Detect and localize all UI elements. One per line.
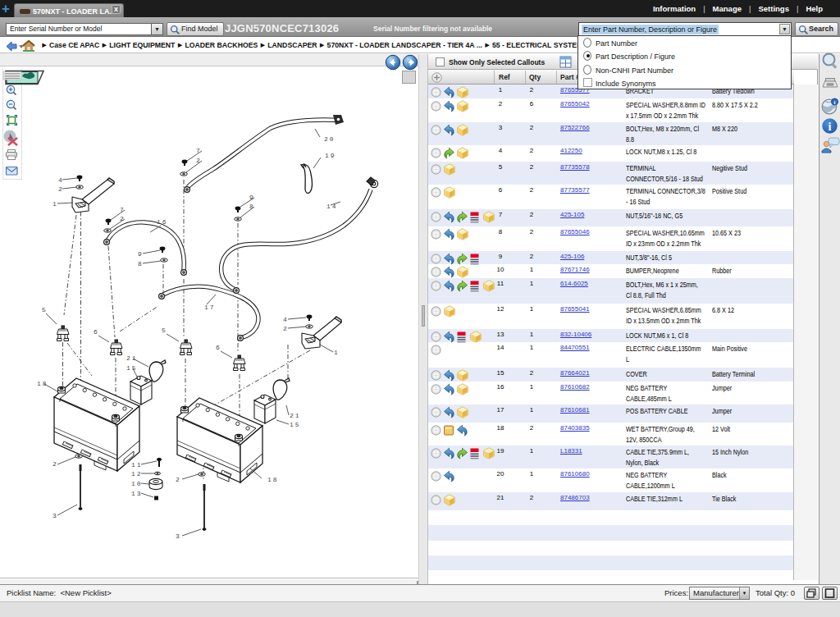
svg-text:2: 2 <box>52 460 58 468</box>
svg-text:8: 8 <box>249 203 255 210</box>
svg-text:13: 13 <box>131 490 143 497</box>
svg-text:16: 16 <box>157 218 168 226</box>
svg-text:14: 14 <box>326 203 338 210</box>
svg-text:4: 4 <box>283 316 289 323</box>
svg-text:15: 15 <box>290 421 301 428</box>
svg-text:i: i <box>829 121 832 133</box>
svg-text:21: 21 <box>126 354 138 362</box>
svg-text:2: 2 <box>120 215 126 222</box>
svg-text:2: 2 <box>283 325 289 332</box>
svg-text:9: 9 <box>138 250 144 258</box>
svg-text:20: 20 <box>324 135 336 143</box>
svg-text:5: 5 <box>42 306 48 313</box>
svg-text:11: 11 <box>131 461 143 468</box>
svg-text:1: 1 <box>52 200 58 208</box>
svg-text:18: 18 <box>267 476 279 483</box>
svg-text:4: 4 <box>58 176 64 184</box>
svg-text:8: 8 <box>138 260 144 267</box>
svg-text:3: 3 <box>176 532 181 540</box>
svg-text:6: 6 <box>216 344 221 351</box>
svg-text:17: 17 <box>204 304 216 311</box>
svg-text:6: 6 <box>94 328 99 336</box>
svg-text:2: 2 <box>58 185 64 193</box>
svg-text:i: i <box>834 99 836 106</box>
svg-text:2: 2 <box>176 476 181 483</box>
svg-text:9: 9 <box>249 194 255 201</box>
svg-text:21: 21 <box>290 412 301 419</box>
svg-text:19: 19 <box>325 152 336 159</box>
svg-text:18: 18 <box>37 380 48 387</box>
svg-text:15: 15 <box>126 364 138 372</box>
svg-text:7: 7 <box>120 206 126 213</box>
svg-text:5: 5 <box>162 327 167 334</box>
svg-text:12: 12 <box>131 470 143 478</box>
svg-text:1: 1 <box>334 349 340 356</box>
svg-text:3: 3 <box>52 512 58 519</box>
svg-text:10: 10 <box>131 480 143 487</box>
